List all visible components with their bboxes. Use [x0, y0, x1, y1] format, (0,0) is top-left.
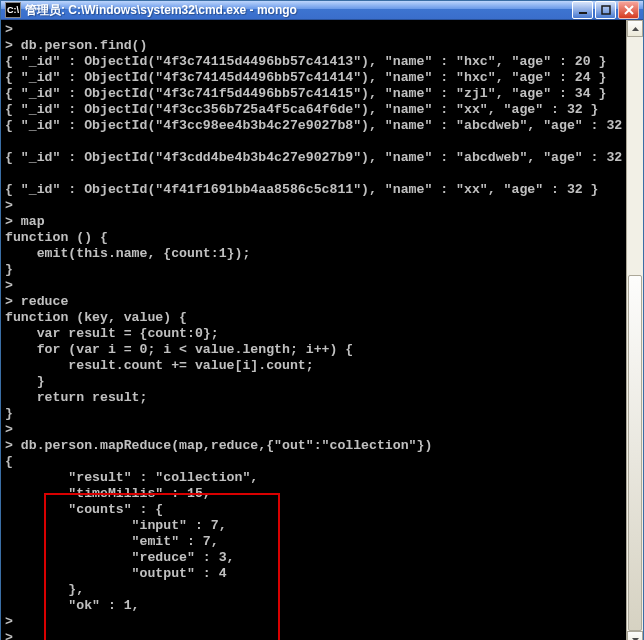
- scroll-thumb[interactable]: [628, 275, 642, 631]
- window-frame: C:\ 管理员: C:\Windows\system32\cmd.exe - m…: [0, 0, 644, 640]
- scroll-down-button[interactable]: [627, 631, 643, 640]
- window-title: 管理员: C:\Windows\system32\cmd.exe - mongo: [25, 2, 572, 19]
- minimize-icon: [578, 5, 588, 15]
- svg-rect-0: [579, 12, 587, 14]
- client-area: > > db.person.find() { "_id" : ObjectId(…: [1, 20, 643, 640]
- cmd-icon: C:\: [5, 2, 21, 18]
- close-button[interactable]: [618, 1, 639, 19]
- titlebar[interactable]: C:\ 管理员: C:\Windows\system32\cmd.exe - m…: [1, 1, 643, 20]
- window-buttons: [572, 1, 639, 19]
- svg-rect-1: [602, 6, 610, 14]
- maximize-icon: [601, 5, 611, 15]
- maximize-button[interactable]: [595, 1, 616, 19]
- scroll-up-button[interactable]: [627, 20, 643, 37]
- vertical-scrollbar[interactable]: [626, 20, 643, 640]
- terminal-output[interactable]: > > db.person.find() { "_id" : ObjectId(…: [1, 20, 626, 640]
- chevron-up-icon: [632, 27, 639, 31]
- minimize-button[interactable]: [572, 1, 593, 19]
- scroll-track[interactable]: [627, 37, 643, 631]
- close-icon: [624, 5, 634, 15]
